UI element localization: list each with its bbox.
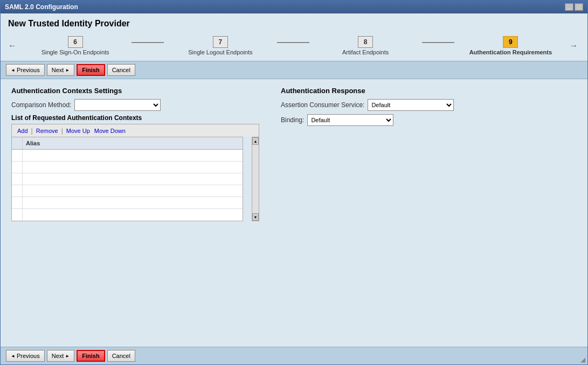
resize-handle[interactable]: ◢: [580, 356, 585, 363]
list-header-checkbox: [12, 137, 23, 149]
list-move-down-button[interactable]: Move Down: [92, 128, 128, 134]
list-add-button[interactable]: Add: [15, 128, 30, 134]
main-content: New Trusted Identity Provider ← 6 Single…: [1, 13, 587, 364]
binding-label: Binding:: [281, 116, 304, 124]
list-row-3-checkbox: [12, 173, 23, 185]
top-cancel-button[interactable]: Cancel: [107, 64, 135, 76]
step-7: 7 Single Logout Endpoints: [164, 36, 276, 55]
step-8-number: 8: [358, 36, 373, 48]
step-7-label: Single Logout Endpoints: [188, 49, 252, 55]
form-left: Authentication Contexts Settings Compari…: [11, 87, 259, 339]
list-row-4-checkbox: [12, 185, 23, 196]
page-title: New Trusted Identity Provider: [1, 13, 587, 32]
list-remove-button[interactable]: Remove: [34, 128, 60, 134]
list-row-4[interactable]: [12, 185, 243, 197]
bottom-cancel-button[interactable]: Cancel: [107, 350, 135, 362]
step-connector-7-8: [277, 42, 309, 43]
main-window: SAML 2.0 Configuration _ □ New Trusted I…: [0, 0, 588, 365]
step-connector-6-7: [132, 42, 164, 43]
list-row-5-checkbox: [12, 197, 23, 208]
consumer-service-row: Assertion Consumer Service: Default: [281, 99, 577, 111]
scroll-up-arrow[interactable]: ▲: [252, 137, 259, 145]
window-title: SAML 2.0 Configuration: [5, 3, 78, 11]
bottom-previous-button[interactable]: Previous: [6, 350, 45, 362]
list-row-1[interactable]: [12, 150, 243, 162]
list-container: Alias: [11, 137, 259, 221]
step-8: 8 Artifact Endpoints: [309, 36, 422, 55]
restore-button[interactable]: □: [575, 3, 583, 11]
list-row-6[interactable]: [12, 209, 243, 221]
list-row-1-checkbox: [12, 150, 23, 161]
step-group: 6 Single Sign-On Endpoints 7 Single Logo…: [19, 36, 567, 55]
consumer-service-select[interactable]: Default: [368, 99, 454, 111]
top-next-button[interactable]: Next: [47, 64, 75, 76]
top-previous-button[interactable]: Previous: [6, 64, 45, 76]
list-separator-2: |: [61, 127, 63, 135]
form-area: Authentication Contexts Settings Compari…: [1, 79, 587, 347]
title-bar-buttons: _ □: [565, 3, 583, 11]
wizard-arrow-left-icon: ←: [8, 41, 17, 51]
list-separator-1: |: [31, 127, 33, 135]
wizard-arrow-right-icon: ←: [569, 41, 578, 51]
list-table: Alias: [11, 137, 243, 221]
binding-row: Binding: Default: [281, 114, 577, 126]
list-row-2[interactable]: [12, 162, 243, 173]
list-row-6-checkbox: [12, 209, 23, 221]
form-right: Authentication Response Assertion Consum…: [281, 87, 577, 339]
step-6: 6 Single Sign-On Endpoints: [19, 36, 132, 55]
list-row-5[interactable]: [12, 197, 243, 209]
top-toolbar: Previous Next Finish Cancel: [1, 61, 587, 79]
step-9-number: 9: [503, 36, 518, 48]
list-scrollbar[interactable]: ▲ ▼: [252, 137, 259, 221]
comparison-method-row: Comparison Method: exact minimum maximum…: [11, 99, 259, 111]
minimize-button[interactable]: _: [565, 3, 573, 11]
scroll-down-arrow[interactable]: ▼: [252, 213, 259, 221]
bottom-finish-button[interactable]: Finish: [77, 350, 105, 362]
wizard-steps: ← 6 Single Sign-On Endpoints 7 Single Lo…: [1, 32, 587, 61]
step-9: 9 Authentication Requirements: [454, 36, 567, 55]
list-header: Alias: [12, 137, 243, 150]
step-6-label: Single Sign-On Endpoints: [41, 49, 109, 55]
requested-contexts-title: List of Requested Authentication Context…: [11, 114, 259, 122]
step-8-label: Artifact Endpoints: [342, 49, 389, 55]
auth-response-section-title: Authentication Response: [281, 87, 577, 95]
title-bar: SAML 2.0 Configuration _ □: [1, 1, 587, 13]
list-row-3[interactable]: [12, 173, 243, 185]
step-6-number: 6: [68, 36, 83, 48]
comparison-method-label: Comparison Method:: [11, 101, 71, 109]
list-column-alias: Alias: [23, 138, 43, 148]
step-9-label: Authentication Requirements: [469, 49, 552, 55]
binding-select[interactable]: Default: [307, 114, 393, 126]
consumer-service-label: Assertion Consumer Service:: [281, 101, 364, 109]
list-toolbar: Add | Remove | Move Up Move Down: [11, 124, 259, 137]
step-7-number: 7: [213, 36, 228, 48]
bottom-toolbar: Previous Next Finish Cancel: [1, 347, 587, 364]
bottom-next-button[interactable]: Next: [47, 350, 75, 362]
top-finish-button[interactable]: Finish: [77, 64, 105, 76]
step-connector-8-9: [422, 42, 454, 43]
auth-contexts-section-title: Authentication Contexts Settings: [11, 87, 259, 95]
comparison-method-select[interactable]: exact minimum maximum better: [74, 99, 161, 111]
list-row-2-checkbox: [12, 162, 23, 173]
list-move-up-button[interactable]: Move Up: [64, 128, 92, 134]
